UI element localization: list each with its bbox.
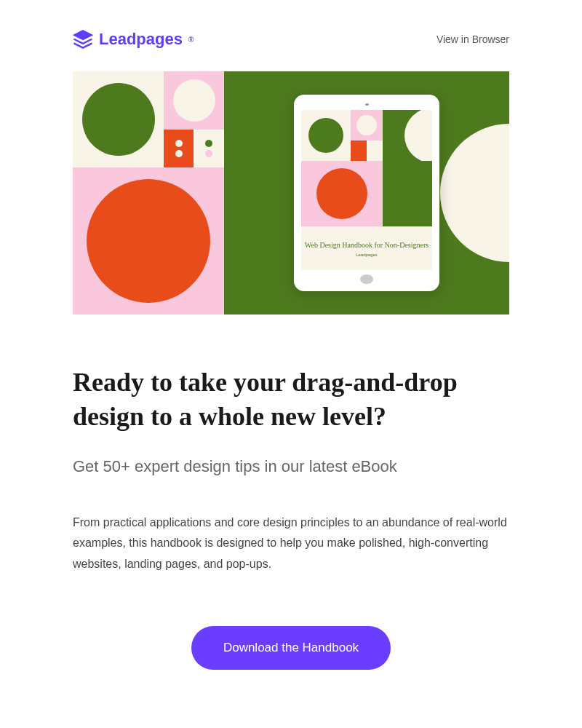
circle-green [82, 83, 155, 156]
tablet-screen-mid [301, 161, 432, 226]
headline: Ready to take your drag-and-drop design … [73, 365, 509, 434]
logo[interactable]: Leadpages ® [73, 29, 194, 50]
circle [308, 118, 343, 153]
tablet-title: Web Design Handbook for Non-Designers [305, 240, 428, 250]
dot-green [205, 140, 212, 147]
view-in-browser-link[interactable]: View in Browser [436, 33, 509, 45]
circle [316, 168, 367, 219]
hero-right-panel: Web Design Handbook for Non-Designers Le… [224, 71, 509, 314]
header: Leadpages ® View in Browser [0, 0, 582, 71]
hero-top-right-col [164, 71, 224, 167]
tile [367, 141, 383, 161]
tile-row [351, 141, 383, 161]
dot-cream [175, 140, 183, 147]
download-button[interactable]: Download the Handbook [191, 626, 391, 670]
half-circle [440, 124, 509, 262]
tablet-camera [365, 103, 369, 106]
tile-pink [164, 71, 224, 130]
dot-cream [175, 150, 183, 157]
logo-text: Leadpages [99, 30, 183, 49]
tile [383, 110, 432, 161]
tile [301, 110, 351, 161]
circle-cream [173, 79, 215, 122]
cta-container: Download the Handbook [73, 626, 509, 670]
tablet-device: Web Design Handbook for Non-Designers Le… [294, 95, 439, 291]
tablet-brand: Leadpages [356, 253, 378, 257]
hero-left-panel [73, 71, 224, 314]
hero-tiny-row [164, 130, 224, 167]
tile-orange-small [164, 130, 194, 167]
stack-icon [73, 29, 93, 50]
half-circle [404, 110, 432, 161]
subheadline: Get 50+ expert design tips in our latest… [73, 457, 509, 476]
dot-pink [205, 150, 212, 157]
tablet-screen-top [301, 110, 432, 161]
tablet-screen-bottom: Web Design Handbook for Non-Designers Le… [301, 226, 432, 270]
circle-orange [87, 179, 210, 303]
tablet-home-button [360, 274, 373, 284]
registered-mark: ® [188, 36, 194, 44]
hero-top-row [73, 71, 224, 167]
circle [356, 115, 377, 135]
tile [383, 161, 432, 226]
content-section: Ready to take your drag-and-drop design … [0, 314, 582, 699]
hero-graphic: Web Design Handbook for Non-Designers Le… [73, 71, 509, 314]
tile [351, 141, 367, 161]
tile-cream [73, 71, 164, 167]
tile [351, 110, 383, 141]
tile-cream-small [194, 130, 224, 167]
tablet-screen: Web Design Handbook for Non-Designers Le… [301, 110, 432, 270]
body-text: From practical applications and core des… [73, 513, 509, 575]
hero-bottom-tile [73, 167, 224, 314]
tile-col [351, 110, 383, 161]
tile [301, 161, 383, 226]
